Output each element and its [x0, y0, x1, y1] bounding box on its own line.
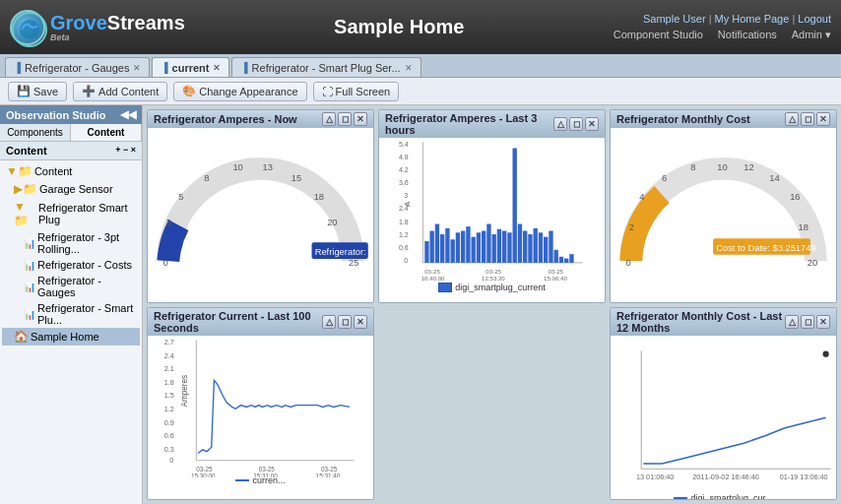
widget-close-btn[interactable]: ✕ [354, 315, 367, 329]
widget-settings-btn[interactable]: ◻ [569, 117, 583, 131]
content-tab[interactable]: Content [71, 124, 142, 141]
legend-label: digi_smartplug_cur... [690, 493, 772, 499]
bar-3h-svg: 5.4 4.8 4.2 3.6 3 2.4 1.8 1.2 0.6 0 A [379, 138, 605, 288]
widget-title-monthly-cost: Refrigerator Monthly Cost [616, 113, 750, 125]
sidebar-collapse-icon[interactable]: ◀◀ [120, 108, 136, 121]
svg-text:2011-09-02 16:46:40: 2011-09-02 16:46:40 [692, 472, 758, 480]
tab-close-btn[interactable]: ✕ [213, 63, 221, 73]
svg-text:13: 13 [263, 162, 273, 172]
component-studio-link[interactable]: Component Studio [614, 29, 703, 41]
notifications-link[interactable]: Notifications [718, 29, 777, 41]
widget-header-monthly-12m: Refrigerator Monthly Cost - Last 12 Mont… [611, 308, 836, 336]
widget-settings-btn[interactable]: ◻ [338, 315, 352, 329]
svg-text:25: 25 [349, 258, 358, 268]
full-screen-button[interactable]: ⛶ Full Screen [313, 82, 400, 101]
svg-text:1.8: 1.8 [164, 377, 174, 386]
tab-close-btn[interactable]: ✕ [405, 63, 413, 73]
logo-area: GroveStreams Beta [10, 10, 185, 45]
tab-bar: ▐ Refrigerator - Gauges ✕ ▐ current ✕ ▐ … [0, 54, 841, 78]
appearance-icon: 🎨 [182, 85, 196, 97]
components-tab[interactable]: Components [0, 124, 71, 141]
widget-close-btn[interactable]: ✕ [816, 315, 830, 329]
svg-text:2.1: 2.1 [164, 364, 174, 373]
header: GroveStreams Beta Sample Home Sample Use… [0, 0, 841, 54]
svg-text:0.9: 0.9 [164, 417, 174, 426]
svg-text:18: 18 [798, 222, 808, 232]
svg-text:6: 6 [662, 173, 667, 183]
widget-title-gauge-now: Refrigerator Amperes - Now [154, 113, 297, 125]
widget-expand-btn[interactable]: △ [785, 315, 799, 329]
tab-label: Refrigerator - Gauges [25, 62, 129, 74]
svg-rect-50 [539, 232, 543, 263]
svg-rect-28 [424, 241, 428, 263]
widget-expand-btn[interactable]: △ [785, 112, 799, 126]
admin-dropdown[interactable]: Admin ▾ [792, 29, 831, 41]
tab-active-icon: ▐ [161, 62, 167, 73]
logout-link[interactable]: Logout [798, 13, 831, 25]
widget-expand-btn[interactable]: △ [553, 117, 567, 131]
svg-text:4.2: 4.2 [399, 166, 409, 173]
svg-rect-56 [569, 254, 573, 263]
tree-item-gauges[interactable]: 📊 Refrigerator - Gauges [2, 273, 140, 300]
widget-monthly-12m: Refrigerator Monthly Cost - Last 12 Mont… [610, 307, 837, 501]
widget-body-line-100s: 2.7 2.4 2.1 1.8 1.5 1.2 0.9 0.6 0.3 0 Am… [148, 336, 373, 500]
tree-item-3pt-rolling[interactable]: 📊 Refrigerator - 3pt Rolling... [2, 229, 140, 257]
svg-text:0.6: 0.6 [399, 244, 409, 251]
svg-text:10:40:00: 10:40:00 [421, 275, 445, 282]
tree-item-fridge-smart-plug[interactable]: ▼📁 Refrigerator Smart Plug [2, 198, 140, 229]
widget-header-line-100s: Refrigerator Current - Last 100 Seconds … [148, 308, 373, 336]
svg-rect-33 [450, 239, 454, 263]
widget-body-monthly-cost: 0 2 4 6 8 10 12 14 16 18 20 Cost to Date… [611, 128, 836, 302]
widget-settings-btn[interactable]: ◻ [338, 112, 352, 126]
widget-settings-btn[interactable]: ◻ [801, 315, 814, 329]
svg-text:20: 20 [327, 218, 337, 227]
svg-rect-36 [466, 226, 470, 263]
svg-rect-29 [429, 231, 433, 263]
page-title-area: Sample Home [185, 16, 614, 38]
svg-text:3.6: 3.6 [399, 179, 409, 186]
legend-line [674, 497, 687, 499]
logo-text: GroveStreams Beta [50, 12, 185, 42]
svg-rect-48 [528, 234, 532, 263]
tab-refrigerator-gauges[interactable]: ▐ Refrigerator - Gauges ✕ [5, 57, 150, 77]
sidebar-tabs: Components Content [0, 124, 142, 142]
widget-line-100s: Refrigerator Current - Last 100 Seconds … [147, 307, 374, 501]
sample-user-link[interactable]: Sample User [643, 13, 706, 25]
svg-text:3: 3 [404, 192, 408, 199]
file-icon: 📊 [24, 238, 35, 249]
logo-icon [10, 10, 45, 45]
svg-rect-42 [497, 229, 501, 263]
widget-expand-btn[interactable]: △ [322, 315, 336, 329]
widget-expand-btn[interactable]: △ [322, 112, 336, 126]
widget-bar-3h: Refrigerator Amperes - Last 3 hours △ ◻ … [378, 109, 606, 303]
svg-rect-47 [523, 231, 527, 263]
change-appearance-button[interactable]: 🎨 Change Appearance [173, 82, 306, 101]
tree-item-content[interactable]: ▼📁 Content [2, 162, 140, 180]
monthly-12m-svg: 13 01:06:40 2011-09-02 16:46:40 01-19 13… [611, 336, 836, 500]
widget-close-btn[interactable]: ✕ [585, 117, 599, 131]
svg-text:0.6: 0.6 [164, 431, 174, 440]
svg-text:15:06:40: 15:06:40 [544, 275, 567, 282]
legend-label: digi_smartplug_current [455, 283, 546, 292]
widget-title-line-100s: Refrigerator Current - Last 100 Seconds [154, 310, 322, 334]
tab-close-btn[interactable]: ✕ [133, 63, 141, 73]
tree-item-smart-plu[interactable]: 📊 Refrigerator - Smart Plu... [2, 300, 140, 328]
tab-chart-icon2: ▐ [240, 62, 247, 73]
svg-text:8: 8 [204, 173, 209, 183]
widget-settings-btn[interactable]: ◻ [801, 112, 814, 126]
page-title: Sample Home [185, 16, 614, 38]
tab-smart-plug[interactable]: ▐ Refrigerator - Smart Plug Ser... ✕ [231, 57, 420, 77]
svg-text:15:31:40: 15:31:40 [316, 472, 341, 477]
legend-label: curren... [252, 475, 285, 485]
add-content-button[interactable]: ➕ Add Content [73, 82, 167, 101]
widget-close-btn[interactable]: ✕ [816, 112, 830, 126]
widget-close-btn[interactable]: ✕ [354, 112, 367, 126]
svg-text:03-25: 03-25 [196, 465, 213, 472]
save-button[interactable]: 💾 Save [8, 82, 67, 101]
tab-current[interactable]: ▐ current ✕ [152, 57, 229, 77]
tree-item-costs[interactable]: 📊 Refrigerator - Costs [2, 257, 140, 273]
svg-text:3: 3 [166, 218, 171, 227]
tree-item-garage[interactable]: ▶📁 Garage Sensor [2, 180, 140, 198]
tree-item-sample-home[interactable]: 🏠 Sample Home [2, 328, 140, 346]
my-home-page-link[interactable]: My Home Page [715, 13, 790, 25]
